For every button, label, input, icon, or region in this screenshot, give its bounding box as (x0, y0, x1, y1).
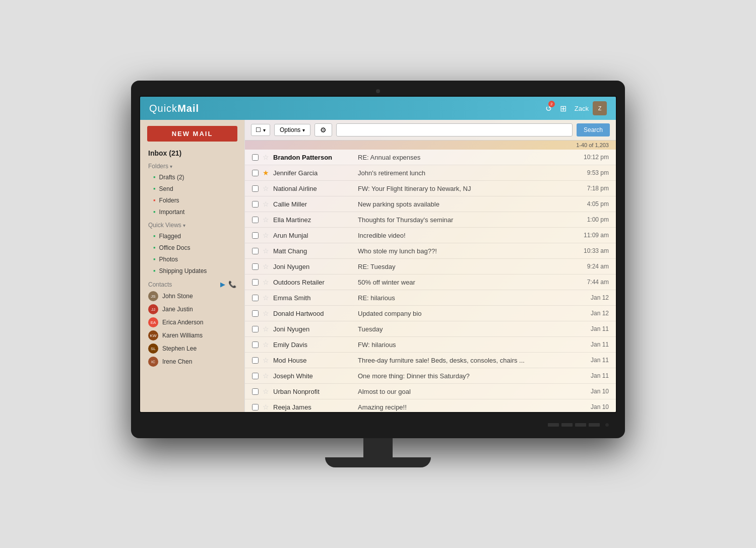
contact-stephen-lee[interactable]: SL Stephen Lee (140, 342, 244, 355)
email-checkbox-6[interactable] (252, 232, 259, 239)
contact-jane-justin[interactable]: JJ Jane Justin (140, 303, 244, 316)
email-star-1[interactable]: ☆ (263, 153, 269, 161)
video-icon[interactable]: ▶ (220, 281, 225, 288)
email-checkbox-13[interactable] (252, 341, 259, 348)
email-checkbox-7[interactable] (252, 248, 259, 254)
quick-view-flagged[interactable]: ▪ Flagged (140, 230, 244, 242)
email-row-4[interactable]: ☆ Callie Miller New parking spots availa… (245, 196, 616, 212)
quick-view-officedocs[interactable]: ▪ Office Docs (140, 242, 244, 253)
email-star-16[interactable]: ☆ (263, 387, 269, 395)
email-row-16[interactable]: ☆ Urban Nonprofit Almost to our goal Jan… (245, 384, 616, 399)
contact-avatar-stephen: SL (148, 344, 158, 354)
contact-john-stone[interactable]: JS John Stone (140, 290, 244, 303)
email-row-6[interactable]: ☆ Arun Munjal Incredible video! 11:09 am (245, 228, 616, 243)
email-row-1[interactable]: ☆ Brandon Patterson RE: Annual expenses … (245, 150, 616, 165)
email-row-5[interactable]: ☆ Ella Martinez Thoughts for Thursday's … (245, 212, 616, 228)
email-star-8[interactable]: ☆ (263, 262, 269, 270)
email-star-9[interactable]: ☆ (263, 278, 269, 286)
quick-views-header[interactable]: Quick Views ▾ (140, 218, 244, 230)
monitor-btn-3[interactable] (575, 423, 586, 427)
contact-karen-williams[interactable]: KW Karen Williams (140, 329, 244, 342)
email-star-10[interactable]: ☆ (263, 294, 269, 302)
email-sender-17: Reeja James (273, 403, 354, 411)
email-time-9: 7:44 am (574, 279, 609, 286)
email-subject-11: Updated company bio (358, 310, 570, 317)
email-star-14[interactable]: ☆ (263, 356, 269, 364)
email-row-3[interactable]: ☆ National Airline FW: Your Flight Itine… (245, 181, 616, 196)
email-row-17[interactable]: ☆ Reeja James Amazing recipe!! Jan 10 (245, 399, 616, 412)
email-checkbox-14[interactable] (252, 357, 259, 364)
folder-item-drafts[interactable]: ▪ Drafts (2) (140, 171, 244, 183)
email-star-4[interactable]: ☆ (263, 200, 269, 208)
email-row-10[interactable]: ☆ Emma Smith RE: hilarious Jan 12 (245, 290, 616, 306)
email-star-12[interactable]: ☆ (263, 325, 269, 333)
contact-erica-anderson[interactable]: EA Erica Anderson (140, 316, 244, 329)
email-checkbox-9[interactable] (252, 279, 259, 286)
new-mail-button[interactable]: NEW MAIL (147, 126, 237, 142)
grid-icon[interactable]: ⊞ (560, 104, 566, 113)
folder-item-send[interactable]: ▪ Send (140, 183, 244, 194)
email-checkbox-8[interactable] (252, 263, 259, 270)
email-star-3[interactable]: ☆ (263, 184, 269, 192)
monitor-btn-4[interactable] (589, 423, 600, 427)
monitor-power-dot[interactable] (605, 423, 609, 427)
email-time-10: Jan 12 (574, 294, 609, 301)
options-button[interactable]: Options ▾ (274, 124, 310, 136)
email-subject-1: RE: Annual expenses (358, 154, 570, 161)
email-checkbox-5[interactable] (252, 217, 259, 223)
email-row-9[interactable]: ☆ Outdoors Retailer 50% off winter wear … (245, 275, 616, 290)
contacts-header: Contacts ▶ 📞 (140, 277, 244, 290)
email-row-8[interactable]: ☆ Joni Nyugen RE: Tuesday 9:24 am (245, 259, 616, 275)
email-star-6[interactable]: ☆ (263, 231, 269, 239)
gear-button[interactable]: ⚙ (314, 123, 332, 136)
email-sender-3: National Airline (273, 185, 354, 192)
folder-item-important[interactable]: ▪ Important (140, 206, 244, 218)
email-row-13[interactable]: ☆ Emily Davis FW: hilarious Jan 11 (245, 337, 616, 353)
email-star-7[interactable]: ☆ (263, 247, 269, 255)
search-button[interactable]: Search (577, 123, 610, 136)
email-subject-15: One more thing: Dinner this Saturday? (358, 372, 570, 380)
select-arrow-icon: ▾ (263, 127, 266, 133)
email-checkbox-2[interactable] (252, 170, 259, 176)
email-star-5[interactable]: ☆ (263, 216, 269, 224)
quick-view-photos[interactable]: ▪ Photos (140, 253, 244, 265)
qv-icon-shipping: ▪ (153, 267, 156, 275)
email-row-7[interactable]: ☆ Matt Chang Who stole my lunch bag??! 1… (245, 243, 616, 259)
email-star-17[interactable]: ☆ (263, 403, 269, 411)
inbox-label[interactable]: Inbox (21) (140, 147, 244, 160)
phone-icon[interactable]: 📞 (228, 281, 236, 288)
email-checkbox-1[interactable] (252, 154, 259, 161)
monitor-btn-2[interactable] (561, 423, 573, 427)
email-row-11[interactable]: ☆ Donald Hartwood Updated company bio Ja… (245, 306, 616, 321)
email-star-2[interactable]: ★ (263, 169, 269, 177)
email-sender-8: Joni Nyugen (273, 263, 354, 270)
email-row-14[interactable]: ☆ Mod House Three-day furniture sale! Be… (245, 353, 616, 368)
email-row-2[interactable]: ★ Jennifer Garcia John's retirement lunc… (245, 165, 616, 181)
logo-light: Quick (149, 103, 177, 114)
email-star-13[interactable]: ☆ (263, 340, 269, 349)
email-star-11[interactable]: ☆ (263, 309, 269, 317)
email-checkbox-4[interactable] (252, 201, 259, 208)
contact-irene-chen[interactable]: IC Irene Chen (140, 355, 244, 368)
refresh-icon[interactable]: ↺ 2 (545, 104, 552, 113)
email-checkbox-16[interactable] (252, 388, 259, 395)
qv-label-flagged: Flagged (159, 233, 181, 240)
select-checkbox-btn[interactable]: ☐ ▾ (251, 124, 270, 136)
search-input[interactable] (336, 123, 573, 136)
app-header: QuickMail ↺ 2 ⊞ Zack Z (140, 97, 616, 120)
email-checkbox-17[interactable] (252, 404, 259, 410)
email-checkbox-10[interactable] (252, 295, 259, 301)
quick-view-shipping[interactable]: ▪ Shipping Updates (140, 265, 244, 277)
contact-name-john: John Stone (162, 293, 193, 300)
monitor-btn-1[interactable] (548, 423, 559, 427)
email-checkbox-15[interactable] (252, 373, 259, 379)
email-time-12: Jan 11 (574, 325, 609, 332)
folder-item-trash[interactable]: ▪ Folders (140, 194, 244, 206)
email-row-12[interactable]: ☆ Joni Nyugen Tuesday Jan 11 (245, 321, 616, 337)
folders-header[interactable]: Folders ▾ (140, 160, 244, 171)
email-checkbox-11[interactable] (252, 310, 259, 317)
email-checkbox-12[interactable] (252, 326, 259, 332)
email-checkbox-3[interactable] (252, 185, 259, 192)
email-star-15[interactable]: ☆ (263, 372, 269, 380)
email-row-15[interactable]: ☆ Joseph White One more thing: Dinner th… (245, 368, 616, 384)
